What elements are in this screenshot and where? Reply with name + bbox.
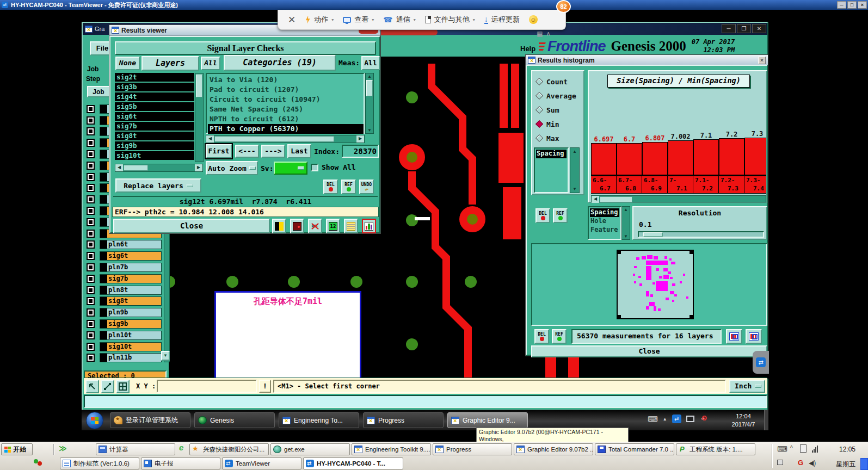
layer-row[interactable]: pln10t bbox=[84, 330, 163, 341]
display-button[interactable] bbox=[290, 219, 304, 233]
scroll-down-icon[interactable]: ▼ bbox=[161, 351, 170, 361]
taskbar-button[interactable]: Graphic Editor 9.07b2 ... bbox=[514, 443, 593, 455]
layer-checkbox[interactable] bbox=[87, 184, 95, 192]
layer-checkbox[interactable] bbox=[87, 354, 95, 362]
actions-menu[interactable]: 动作▾ bbox=[305, 15, 334, 24]
speaker-tray-icon[interactable]: ◀) bbox=[809, 459, 816, 467]
meas-dropdown[interactable]: All bbox=[361, 56, 380, 70]
slider-thumb[interactable] bbox=[643, 232, 663, 237]
rv-layer-item[interactable]: sig9b bbox=[115, 141, 194, 150]
type-item[interactable]: Hole bbox=[590, 217, 619, 226]
taskbar-button[interactable]: get.exe bbox=[270, 443, 350, 455]
host-start-button[interactable]: 开始 bbox=[1, 443, 33, 455]
teamviewer-side-handle[interactable]: ⇄ bbox=[753, 351, 769, 374]
taskbar-button[interactable]: TeamViewer bbox=[222, 457, 301, 469]
tray-expand-icon[interactable]: ^ bbox=[790, 445, 793, 451]
none-button[interactable]: None bbox=[115, 57, 140, 70]
help-menu[interactable]: Help bbox=[520, 45, 535, 53]
close-button[interactable]: Close bbox=[113, 219, 270, 233]
rv-layer-item[interactable]: sig10t bbox=[115, 151, 194, 160]
index-input[interactable]: 28370 bbox=[342, 145, 379, 158]
units-dropdown[interactable]: Inch bbox=[729, 380, 765, 393]
histogram-window-button[interactable] bbox=[726, 329, 742, 344]
layer-checkbox[interactable] bbox=[87, 195, 95, 203]
start-orb[interactable] bbox=[86, 412, 103, 429]
remote-clock[interactable]: 12:04 2017/4/7 bbox=[727, 412, 760, 429]
ref-button[interactable]: REF bbox=[552, 329, 567, 344]
rv-layer-item[interactable]: sig3b bbox=[115, 83, 194, 91]
replace-layers-dropdown[interactable]: Replace layers bbox=[115, 178, 201, 193]
taskbar-button[interactable]: Progress bbox=[363, 412, 444, 428]
taskbar-button[interactable]: 制作规范 (Ver:1.0.6) bbox=[60, 457, 139, 469]
layer-list-hscrollbar[interactable]: ◀▶ bbox=[115, 164, 203, 172]
layer-checkbox[interactable] bbox=[87, 275, 95, 283]
host-time[interactable]: 12:05 bbox=[839, 446, 855, 453]
ref-button[interactable]: REF bbox=[553, 208, 568, 223]
taskbar-button[interactable]: 工程系统 版本: 1.... bbox=[676, 443, 755, 455]
notification-badge[interactable]: 82 bbox=[556, 0, 571, 13]
rv-category-item[interactable]: PTH to Copper (56370) bbox=[208, 124, 364, 134]
ie-icon[interactable] bbox=[178, 444, 187, 453]
app-quick-icon[interactable] bbox=[34, 458, 43, 467]
taskbar-button[interactable]: 计算器 bbox=[96, 443, 175, 455]
layer-row[interactable]: sig6t bbox=[84, 250, 163, 262]
taskbar-button[interactable]: 兴森快捷衡阳分公司... bbox=[189, 443, 269, 455]
layer-list-scrollbar[interactable] bbox=[195, 73, 204, 162]
measure-item[interactable]: Spacing bbox=[536, 150, 567, 158]
next-button[interactable]: ---> bbox=[261, 145, 285, 158]
taskbar-button[interactable]: 登录订单管理系统 bbox=[110, 412, 190, 428]
taskbar-button[interactable]: Genesis bbox=[194, 412, 275, 428]
feedback-smiley-icon[interactable]: ☺ bbox=[529, 15, 538, 24]
layer-checkbox[interactable] bbox=[87, 240, 95, 249]
layer-checkbox[interactable] bbox=[87, 343, 95, 351]
del-button[interactable]: DEL bbox=[323, 180, 338, 194]
stat-radio-count[interactable]: Count bbox=[532, 75, 583, 89]
layer-checkbox[interactable] bbox=[87, 308, 95, 317]
measure-tool-button[interactable] bbox=[101, 380, 114, 393]
close-session-icon[interactable]: ✕ bbox=[288, 15, 296, 24]
teamviewer-tray-icon[interactable]: ⇄ bbox=[672, 415, 681, 423]
layer-row[interactable]: pln9b bbox=[84, 307, 163, 318]
resolution-slider[interactable] bbox=[638, 231, 764, 238]
close-button[interactable]: × bbox=[858, 1, 867, 9]
alert-button[interactable]: ! bbox=[259, 380, 271, 393]
chart-hscrollbar[interactable]: ◀ bbox=[591, 195, 766, 202]
rv-layer-item[interactable]: sig6t bbox=[115, 112, 194, 121]
close-button[interactable]: ✕ bbox=[752, 24, 766, 33]
auto-zoom-dropdown[interactable]: Auto Zoom bbox=[206, 161, 258, 175]
rv-layer-item[interactable]: sig5b bbox=[115, 102, 194, 111]
layer-checkbox[interactable] bbox=[87, 286, 95, 294]
red-app-tray-icon[interactable]: G bbox=[798, 459, 803, 467]
layer-row[interactable]: sig9b bbox=[84, 318, 163, 330]
taskbar-button[interactable]: Engineering To... bbox=[279, 412, 359, 428]
sv-color-dropdown[interactable] bbox=[274, 162, 307, 175]
rv-category-item[interactable]: Same Net Spacing (245) bbox=[208, 104, 364, 114]
all-button[interactable]: All bbox=[201, 57, 220, 70]
minimize-button[interactable]: ─ bbox=[722, 24, 736, 33]
prev-button[interactable]: <--- bbox=[235, 145, 259, 158]
rv-category-item[interactable]: Circuit to circuit (10947) bbox=[208, 95, 364, 104]
layer-row[interactable]: pln11b bbox=[84, 352, 163, 364]
type-item[interactable]: Feature bbox=[590, 226, 619, 234]
layer-checkbox[interactable] bbox=[87, 127, 95, 135]
stat-radio-sum[interactable]: Sum bbox=[532, 103, 583, 117]
layer-row[interactable]: pln6t bbox=[84, 239, 163, 251]
files-menu[interactable]: 文件与其他▾ bbox=[425, 15, 475, 24]
rv-layer-item[interactable]: sig8t bbox=[115, 132, 194, 140]
layer-row[interactable]: sig7b bbox=[84, 273, 163, 285]
ime-keyboard-icon[interactable]: ⌨ bbox=[777, 445, 787, 453]
stat-radio-max[interactable]: Max bbox=[532, 131, 583, 145]
layer-checkbox[interactable] bbox=[87, 263, 95, 271]
notes-button[interactable] bbox=[344, 219, 358, 233]
layer-checkbox[interactable] bbox=[87, 173, 95, 181]
layer-checkbox[interactable] bbox=[87, 320, 95, 328]
restore-button[interactable]: ❐ bbox=[737, 24, 751, 33]
layer-row[interactable]: pln7b bbox=[84, 262, 163, 273]
muted-speaker-icon[interactable] bbox=[699, 415, 707, 423]
maximize-button[interactable]: □ bbox=[847, 1, 857, 9]
first-button[interactable]: First bbox=[206, 144, 232, 158]
layer-checkbox[interactable] bbox=[87, 331, 95, 339]
last-button[interactable]: Last bbox=[287, 144, 311, 158]
close-icon[interactable]: ✕ bbox=[758, 57, 766, 64]
contrast-button[interactable] bbox=[272, 219, 286, 233]
